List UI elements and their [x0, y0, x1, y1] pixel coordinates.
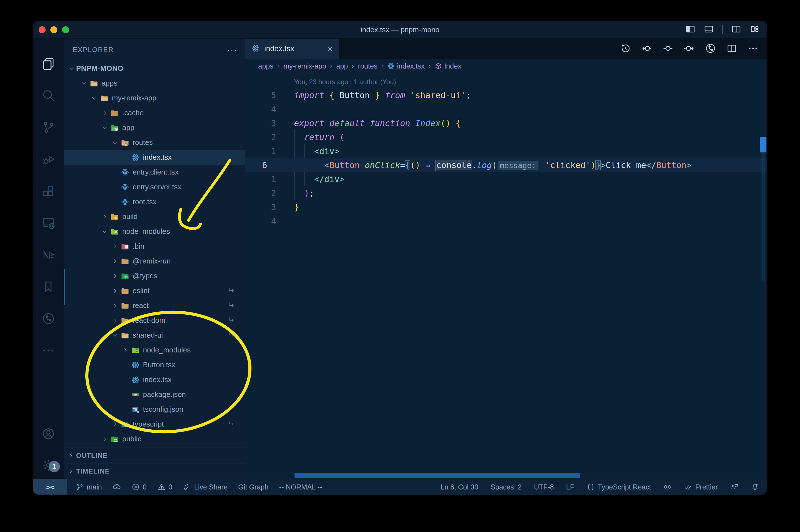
tree-item-react[interactable]: react	[64, 298, 245, 313]
section-timeline[interactable]: TIMELINE	[64, 463, 245, 479]
tree-item-node-modules[interactable]: JSnode_modules	[64, 343, 245, 358]
minimize-window-button[interactable]	[50, 26, 57, 33]
code-line[interactable]: 2 );	[245, 186, 767, 200]
tree-item--types[interactable]: TS@types	[64, 268, 245, 283]
code-line[interactable]: 1 </div>	[245, 172, 767, 186]
code-line[interactable]: 5import { Button } from 'shared-ui';	[245, 89, 767, 102]
vertical-scrollbar[interactable]	[761, 137, 765, 282]
gl-next-icon[interactable]	[684, 43, 695, 55]
tree-item-react-dom[interactable]: react-dom	[64, 313, 245, 328]
status-live-share[interactable]: Live Share	[183, 483, 228, 491]
chevron-down-icon[interactable]	[90, 95, 98, 101]
status-encoding[interactable]: UTF-8	[534, 483, 554, 491]
tree-item-entry-server-tsx[interactable]: entry.server.tsx	[64, 179, 245, 194]
tree-item-tsconfig-json[interactable]: TStsconfig.json	[64, 402, 245, 417]
tree-item-root-tsx[interactable]: root.tsx	[64, 194, 245, 209]
status-vim-mode[interactable]: -- NORMAL --	[279, 483, 322, 491]
breadcrumb-routes[interactable]: routes	[358, 62, 377, 70]
tree-item-index-tsx[interactable]: index.tsx	[64, 150, 245, 165]
maximize-window-button[interactable]	[62, 26, 69, 33]
tab-index-tsx[interactable]: index.tsx ×	[245, 39, 339, 59]
code-editor[interactable]: You, 23 hours ago | 1 author (You)5impor…	[245, 73, 767, 479]
tree-item-app[interactable]: app	[64, 120, 245, 135]
chevron-right-icon[interactable]	[111, 258, 119, 264]
chevron-right-icon[interactable]	[111, 273, 119, 279]
remote-indicator[interactable]: ><	[33, 479, 67, 495]
breadcrumb-apps[interactable]: apps	[258, 62, 273, 70]
breadcrumb-index[interactable]: Index	[435, 62, 461, 70]
gl-open-icon[interactable]	[662, 43, 673, 55]
chevron-right-icon[interactable]	[111, 421, 119, 428]
gl-branch-icon[interactable]	[705, 43, 716, 55]
section-outline[interactable]: OUTLINE	[64, 448, 245, 463]
status-indentation[interactable]: Spaces: 2	[491, 483, 522, 491]
vertical-scrollbar-thumb[interactable]	[760, 137, 766, 152]
breadcrumb-app[interactable]: app	[336, 62, 348, 70]
activity-extensions-icon[interactable]	[33, 175, 64, 207]
tree-item-typescript[interactable]: TStypescript	[64, 417, 245, 432]
status-notifications[interactable]	[751, 483, 759, 491]
layout-custom-icon[interactable]	[750, 24, 760, 35]
explorer-more-actions-icon[interactable]: ···	[227, 45, 238, 55]
code-line[interactable]: 2 return (	[245, 130, 767, 144]
layout-sidebar-left-icon[interactable]	[685, 24, 696, 35]
code-line[interactable]: 1 <div>	[245, 144, 767, 158]
status-copilot[interactable]	[663, 483, 672, 491]
tree-item-routes[interactable]: routes	[64, 135, 245, 150]
chevron-right-icon[interactable]	[111, 303, 119, 309]
chevron-right-icon[interactable]	[100, 214, 109, 220]
layout-sidebar-right2-icon[interactable]	[731, 24, 741, 35]
title-bar[interactable]: index.tsx — pnpm-mono	[33, 21, 767, 39]
split-icon[interactable]	[726, 43, 737, 55]
activity-git-graph-icon[interactable]	[33, 303, 64, 335]
chevron-right-icon[interactable]	[100, 436, 109, 442]
close-window-button[interactable]	[39, 26, 45, 33]
chevron-right-icon[interactable]	[111, 288, 119, 294]
tree-item-entry-client-tsx[interactable]: entry.client.tsx	[64, 165, 245, 179]
sidebar-scroll-indicator[interactable]	[64, 269, 65, 305]
code-line[interactable]: 3export default function Index() {	[245, 116, 767, 130]
chevron-right-icon[interactable]	[121, 347, 130, 353]
activity-remote-explorer-icon[interactable]	[33, 207, 64, 239]
chevron-right-icon[interactable]	[111, 243, 119, 249]
activity-source-control-icon[interactable]	[33, 111, 64, 143]
tree-item-shared-ui[interactable]: shared-ui	[64, 328, 245, 343]
tree-item-build[interactable]: build	[64, 209, 245, 224]
chevron-down-icon[interactable]	[100, 125, 109, 131]
more-icon[interactable]	[747, 43, 759, 55]
tree-item-public[interactable]: public	[64, 432, 245, 446]
activity-additional-views-icon[interactable]	[33, 335, 64, 366]
horizontal-scrollbar-thumb[interactable]	[294, 473, 580, 478]
status-warnings[interactable]: 0	[157, 483, 172, 491]
tree-item-index-tsx[interactable]: index.tsx	[64, 372, 245, 387]
chevron-down-icon[interactable]	[68, 65, 76, 72]
close-tab-icon[interactable]: ×	[327, 44, 332, 54]
tree-item--remix-run[interactable]: @remix-run	[64, 254, 245, 268]
chevron-down-icon[interactable]	[80, 80, 88, 87]
tree-item-node-modules[interactable]: JSnode_modules	[64, 224, 245, 239]
gl-prev-icon[interactable]	[641, 43, 652, 55]
breadcrumb-my-remix-app[interactable]: my-remix-app	[283, 62, 326, 70]
status-publish[interactable]	[112, 483, 121, 491]
status-cursor-position[interactable]: Ln 6, Col 30	[441, 483, 478, 491]
tree-root-pnpm-mono[interactable]: PNPM-MONO	[64, 61, 245, 76]
tree-item-package-json[interactable]: npmpackage.json	[64, 387, 245, 402]
tree-item--cache[interactable]: .cache	[64, 106, 245, 120]
status-feedback[interactable]	[730, 483, 739, 491]
activity-accounts-icon[interactable]	[33, 424, 64, 443]
code-line-current[interactable]: 6 <Button onClick={() ⇒ console.log(mess…	[245, 158, 767, 172]
code-line[interactable]: 3}	[245, 200, 767, 214]
chevron-down-icon[interactable]	[111, 139, 119, 146]
chevron-down-icon[interactable]	[100, 229, 109, 235]
activity-search-icon[interactable]	[33, 79, 64, 111]
status-errors[interactable]: 0	[132, 483, 147, 491]
tree-item-button-tsx[interactable]: Button.tsx	[64, 358, 245, 372]
tree-item-apps[interactable]: apps	[64, 76, 245, 91]
activity-bookmarks-icon[interactable]	[33, 271, 64, 303]
history-icon[interactable]	[620, 43, 631, 55]
code-line[interactable]: 4	[245, 214, 767, 228]
tree-item-eslint[interactable]: eslint	[64, 283, 245, 298]
activity-settings-icon[interactable]: 1	[33, 455, 64, 475]
code-line[interactable]: 4	[245, 102, 767, 116]
tree-item--bin[interactable]: 0110.bin	[64, 239, 245, 254]
